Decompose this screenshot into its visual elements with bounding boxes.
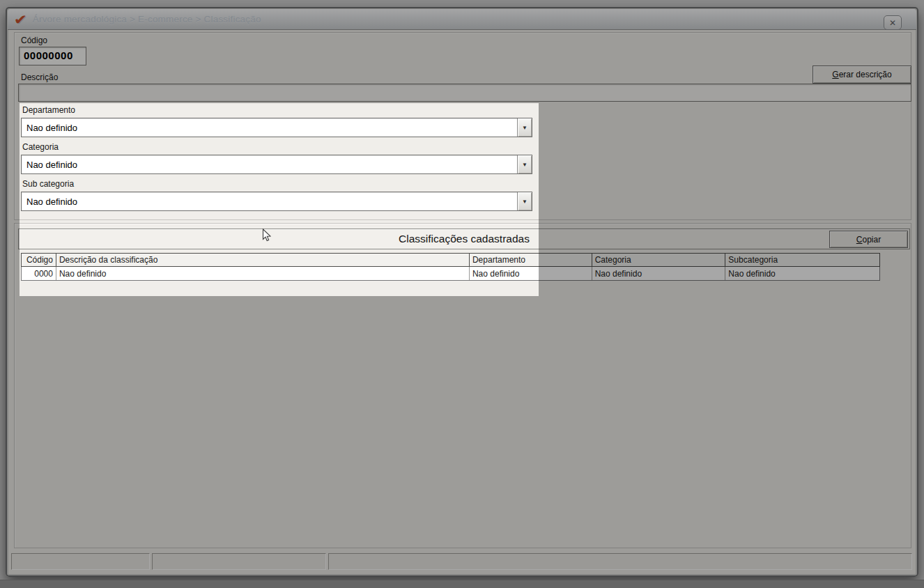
title-bar[interactable]: ✔ Árvore mercadológica > E-commerce > Cl… [8,9,916,30]
categoria-label: Categoria [22,142,59,152]
col-header-descricao[interactable]: Descrição da classificação [56,254,470,266]
departamento-dropdown-button[interactable]: ▼ [517,118,532,137]
app-window: ✔ Árvore mercadológica > E-commerce > Cl… [6,7,918,577]
table-row[interactable]: 0000 Nao definido Nao definido Nao defin… [21,267,880,281]
subcategoria-label: Sub categoria [22,179,74,189]
descricao-label: Descrição [21,72,58,82]
codigo-input[interactable]: 00000000 [19,47,86,65]
col-header-categoria[interactable]: Categoria [592,254,726,266]
col-header-subcategoria[interactable]: Subcategoria [725,254,879,266]
app-logo-checkmark-icon: ✔ [14,13,27,26]
subcategoria-dropdown-button[interactable]: ▼ [517,192,532,210]
departamento-select[interactable]: Nao definido ▼ [21,118,532,137]
departamento-value: Nao definido [22,123,517,133]
classificacoes-table: Código Descrição da classificação Depart… [21,253,880,281]
status-cell-2 [152,553,326,570]
row-codigo: 0000 [22,267,56,280]
chevron-down-icon: ▼ [522,199,528,205]
departamento-label: Departamento [22,105,75,115]
gerar-descricao-button[interactable]: Gerar descrição [813,65,911,84]
col-header-departamento[interactable]: Departamento [470,254,592,266]
gerar-rest: erar descrição [839,70,892,79]
close-icon: ✕ [889,18,896,28]
codigo-label: Código [21,36,47,45]
subcategoria-value: Nao definido [22,196,517,207]
copiar-button[interactable]: Copiar [829,231,908,248]
row-categoria: Nao definido [592,267,726,280]
categoria-select[interactable]: Nao definido ▼ [21,155,532,174]
status-cell-1 [11,553,150,570]
window-title: Árvore mercadológica > E-commerce > Clas… [33,14,261,24]
status-cell-3 [328,553,912,570]
copiar-rest: opiar [862,235,881,245]
row-departamento: Nao definido [470,267,592,280]
categoria-dropdown-button[interactable]: ▼ [517,155,532,173]
table-header-row: Código Descrição da classificação Depart… [21,253,880,267]
subcategoria-select[interactable]: Nao definido ▼ [21,192,532,211]
close-button[interactable]: ✕ [884,15,902,30]
row-subcategoria: Nao definido [725,267,879,280]
row-descricao: Nao definido [56,267,470,280]
classificacoes-title: Classificações cadastradas [18,229,910,249]
col-header-codigo[interactable]: Código [22,254,56,266]
chevron-down-icon: ▼ [522,162,528,168]
categoria-value: Nao definido [22,160,517,170]
gerar-accel: G [832,70,838,79]
chevron-down-icon: ▼ [522,125,528,131]
desktop-edge [0,580,924,588]
descricao-input[interactable] [18,84,911,102]
